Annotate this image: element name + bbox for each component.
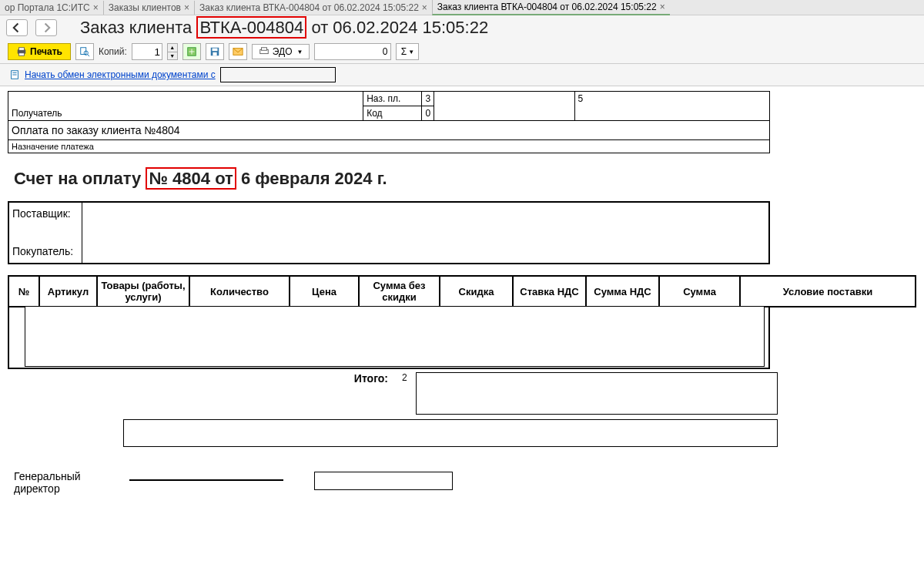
- tab-label: Заказ клиента ВТКА-004804 от 06.02.2024 …: [437, 2, 657, 12]
- col-sku: Артикул: [39, 276, 97, 307]
- back-button[interactable]: [6, 19, 28, 36]
- naz-pl-label: Наз. пл.: [363, 92, 422, 106]
- totals-value: 2: [402, 372, 410, 383]
- col-delivery: Условие поставки: [740, 276, 916, 307]
- tab-label: Заказ клиента ВТКА-004804 от 06.02.2024 …: [199, 2, 419, 13]
- purpose-label: Назначение платежа: [8, 140, 770, 153]
- tab-1[interactable]: Заказы клиентов ×: [103, 1, 194, 15]
- page-title: Заказ клиента ВТКА-004804 от 06.02.2024 …: [80, 18, 488, 38]
- totals-blank-box: [416, 372, 778, 415]
- doc-number-highlight: ВТКА-004804: [196, 16, 306, 39]
- edo-button[interactable]: ЭДО ▼: [252, 44, 310, 59]
- value-box: 0: [314, 43, 391, 60]
- col3-top: 3: [422, 92, 434, 106]
- tab-0[interactable]: ор Портала 1С:ИТС ×: [0, 1, 103, 15]
- col-discount: Скидка: [440, 276, 513, 307]
- sigma-icon: Σ: [401, 46, 407, 57]
- svg-line-5: [87, 55, 89, 57]
- spinner-up-icon[interactable]: ▲: [168, 44, 177, 52]
- forward-button[interactable]: [35, 19, 57, 36]
- signature-box: [314, 472, 453, 490]
- invoice-title: Счет на оплату № 4804 от 6 февраля 2024 …: [14, 169, 916, 189]
- col3-bot: 0: [422, 106, 434, 121]
- col-goods: Товары (работы, услуги): [97, 276, 189, 307]
- start-edo-link[interactable]: Начать обмен электронными документами с: [25, 69, 216, 80]
- supplier-label: Поставщик:: [8, 202, 82, 240]
- col-vat-rate: Ставка НДС: [513, 276, 586, 307]
- items-table: № Артикул Товары (работы, услуги) Количе…: [8, 275, 916, 307]
- title-suffix: от 06.02.2024 15:05:22: [306, 18, 488, 37]
- email-button[interactable]: [229, 43, 247, 60]
- tab-2[interactable]: Заказ клиента ВТКА-004804 от 06.02.2024 …: [194, 1, 432, 15]
- copies-spinner[interactable]: ▲ ▼: [167, 43, 178, 60]
- invoice-number-highlight: № 4804 от: [146, 167, 236, 190]
- close-icon[interactable]: ×: [422, 2, 427, 13]
- close-icon[interactable]: ×: [184, 2, 189, 13]
- edo-target-box: [220, 67, 336, 82]
- tab-label: ор Портала 1С:ИТС: [5, 2, 90, 13]
- col-price: Цена: [290, 276, 359, 307]
- action-toolbar: Печать Копий: ▲ ▼ ЭДО ▼ 0 Σ ▼: [0, 40, 924, 64]
- payment-text: Оплата по заказу клиента №4804: [8, 121, 770, 140]
- spinner-down-icon[interactable]: ▼: [168, 52, 177, 60]
- svg-rect-8: [212, 49, 217, 52]
- svg-rect-12: [261, 48, 266, 51]
- tab-3[interactable]: Заказ клиента ВТКА-004804 от 06.02.2024 …: [432, 0, 670, 15]
- edo-label: ЭДО: [273, 46, 293, 57]
- redaction-box: [25, 307, 765, 367]
- copies-input[interactable]: [132, 43, 162, 60]
- edo-link-row: Начать обмен электронными документами с: [0, 64, 924, 86]
- col-qty: Количество: [189, 276, 290, 307]
- invoice-suffix: 6 февраля 2024 г.: [236, 169, 387, 188]
- print-button[interactable]: Печать: [8, 43, 71, 60]
- col-sum: Сумма: [659, 276, 740, 307]
- tab-label: Заказы клиентов: [109, 2, 181, 13]
- svg-rect-1: [19, 48, 25, 51]
- signature-row: Генеральный директор: [14, 470, 916, 495]
- invoice-prefix: Счет на оплату: [14, 169, 146, 188]
- copies-label: Копий:: [99, 46, 127, 57]
- title-prefix: Заказ клиента: [80, 18, 196, 37]
- preview-button[interactable]: [75, 43, 94, 60]
- edit-button[interactable]: [182, 43, 201, 60]
- document-area: Получатель Наз. пл. 3 5 Код 0 Оплата по …: [0, 86, 924, 588]
- kod-label: Код: [363, 106, 422, 121]
- close-icon[interactable]: ×: [93, 2, 99, 13]
- tab-bar: ор Портала 1С:ИТС × Заказы клиентов × За…: [0, 0, 924, 15]
- gen-dir-label: Генеральный директор: [14, 470, 99, 495]
- save-button[interactable]: [206, 43, 224, 60]
- items-body: [8, 307, 770, 369]
- recipient-label: Получатель: [12, 108, 62, 119]
- summary-blank-box: [123, 419, 778, 447]
- buyer-label: Покупатель:: [8, 240, 82, 264]
- col-num: №: [8, 276, 39, 307]
- chevron-down-icon: ▼: [408, 49, 414, 55]
- close-icon[interactable]: ×: [660, 2, 665, 12]
- col-sum-no-disc: Сумма без скидки: [359, 276, 440, 307]
- totals-row: Итого: 2: [8, 372, 778, 415]
- print-label: Печать: [30, 46, 62, 57]
- naz-pl-value: 5: [574, 92, 769, 121]
- totals-label: Итого:: [354, 372, 388, 385]
- svg-rect-9: [213, 52, 216, 55]
- sigma-button[interactable]: Σ ▼: [396, 43, 419, 60]
- signature-line: [129, 470, 283, 481]
- document-icon: [9, 69, 20, 80]
- svg-rect-2: [19, 53, 25, 56]
- col-vat-sum: Сумма НДС: [586, 276, 659, 307]
- chevron-down-icon: ▼: [297, 49, 303, 55]
- header-row: Заказ клиента ВТКА-004804 от 06.02.2024 …: [0, 15, 924, 40]
